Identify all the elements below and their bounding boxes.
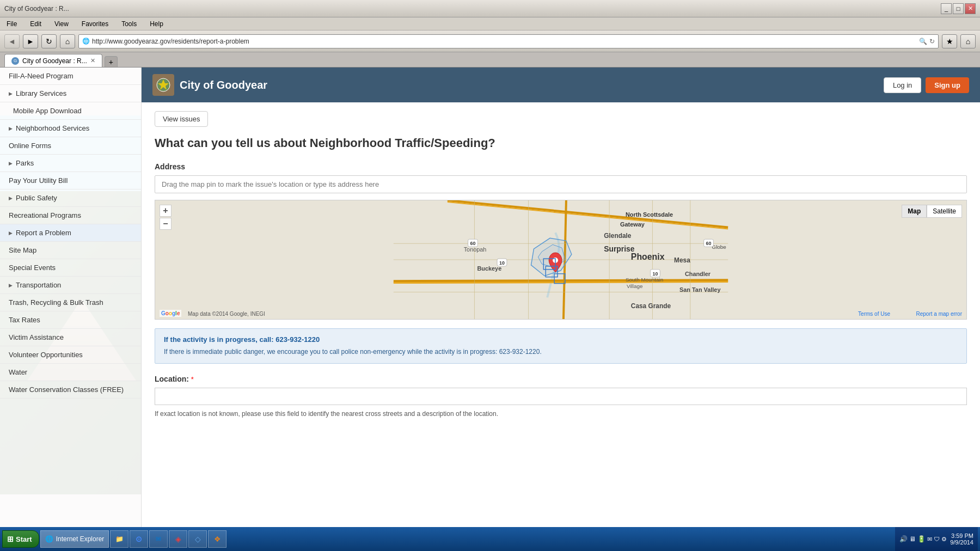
map-zoom-out[interactable]: −	[160, 218, 171, 230]
sidebar-item-parks[interactable]: Parks	[0, 155, 141, 172]
svg-text:Globe: Globe	[712, 244, 726, 250]
sidebar-label: Library Services	[16, 89, 66, 97]
svg-text:Mesa: Mesa	[674, 256, 690, 264]
sidebar-item-library-services[interactable]: Library Services	[0, 85, 141, 102]
alert-title: If the activity is in progress, call: 62…	[164, 335, 958, 344]
sidebar-label: Report a Problem	[16, 229, 71, 237]
map-svg: North Scottsdale Gateway Glendale Surpri…	[155, 200, 966, 319]
sidebar-item-online-forms[interactable]: Online Forms	[0, 137, 141, 155]
svg-line-2	[394, 280, 728, 281]
start-button[interactable]: ⊞ Start	[2, 530, 39, 548]
location-input[interactable]	[155, 388, 967, 405]
browser-tab[interactable]: G City of Goodyear : R... ✕	[4, 54, 102, 67]
sidebar-label: Volunteer Opportunities	[9, 351, 83, 359]
page-area: City of Goodyear Log in Sign up View iss…	[142, 68, 980, 527]
svg-text:South Mountain: South Mountain	[626, 276, 663, 282]
sidebar-label: Fill-A-Need Program	[9, 72, 73, 80]
sidebar-item-special-events[interactable]: Special Events	[0, 259, 141, 277]
taskbar-app-7[interactable]: ❖	[208, 530, 226, 548]
menu-help[interactable]: Help	[148, 19, 166, 29]
menu-file[interactable]: File	[4, 19, 19, 29]
back-button[interactable]: ◄	[4, 34, 20, 48]
login-button[interactable]: Log in	[884, 77, 921, 93]
menu-view[interactable]: View	[52, 19, 71, 29]
sidebar-item-site-map[interactable]: Site Map	[0, 242, 141, 259]
svg-line-3	[394, 281, 728, 283]
map-report-error-link[interactable]: Report a map error	[916, 311, 962, 317]
taskbar-app-chrome[interactable]: ⊙	[130, 530, 148, 548]
sidebar-item-recreational-programs[interactable]: Recreational Programs	[0, 207, 141, 224]
sidebar-item-victim-assistance[interactable]: Victim Assistance	[0, 329, 141, 346]
site-logo: City of Goodyear	[152, 74, 267, 96]
sidebar-item-water-conservation[interactable]: Water Conservation Classes (FREE)	[0, 381, 141, 399]
location-hint: If exact location is not known, please u…	[155, 409, 967, 419]
location-label: Location:	[155, 375, 189, 383]
map-type-map[interactable]: Map	[902, 205, 927, 218]
home-icon[interactable]: ⌂	[960, 34, 976, 48]
sidebar-item-public-safety[interactable]: Public Safety	[0, 189, 141, 207]
windows-icon: ⊞	[7, 535, 14, 543]
sidebar-item-mobile-app[interactable]: Mobile App Download	[0, 102, 141, 120]
sidebar-item-water[interactable]: Water	[0, 364, 141, 381]
view-issues-button[interactable]: View issues	[155, 111, 208, 127]
maximize-btn[interactable]: □	[953, 3, 964, 14]
sidebar-item-trash[interactable]: Trash, Recycling & Bulk Trash	[0, 294, 141, 311]
sidebar-item-transportation[interactable]: Transportation	[0, 277, 141, 294]
sidebar-item-utility-bill[interactable]: Pay Your Utility Bill	[0, 172, 141, 189]
address-bar-container: 🌐 🔍 ↻	[78, 34, 939, 48]
sidebar-item-tax-rates[interactable]: Tax Rates	[0, 311, 141, 329]
sidebar-label: Mobile App Download	[13, 107, 82, 115]
address-bar[interactable]	[92, 38, 917, 45]
sidebar-item-fill-a-need[interactable]: Fill-A-Need Program	[0, 68, 141, 85]
new-tab-btn[interactable]: +	[105, 56, 118, 67]
menu-favorites[interactable]: Favorites	[79, 19, 111, 29]
map-container[interactable]: North Scottsdale Gateway Glendale Surpri…	[155, 200, 967, 320]
tray-security-icon: 🛡	[934, 536, 940, 542]
tray-extra-icon: ⚙	[941, 536, 947, 543]
map-terms-link[interactable]: Terms of Use	[858, 311, 890, 317]
forward-button[interactable]: ►	[23, 34, 38, 48]
tab-close-btn[interactable]: ✕	[90, 57, 95, 64]
taskbar-app-outlook[interactable]: ✉	[149, 530, 168, 548]
svg-text:Surprise: Surprise	[604, 244, 635, 253]
title-bar-left: City of Goodyear : R...	[4, 5, 69, 13]
sidebar-item-volunteer[interactable]: Volunteer Opportunities	[0, 346, 141, 364]
menu-edit[interactable]: Edit	[28, 19, 44, 29]
svg-text:Casa Grande: Casa Grande	[631, 302, 671, 310]
site-title: City of Goodyear	[180, 79, 267, 91]
favorites-star[interactable]: ★	[942, 34, 957, 48]
taskbar-app-ie[interactable]: 🌐 Internet Explorer	[40, 530, 109, 548]
taskbar-app-explorer[interactable]: 📁	[110, 530, 128, 548]
content-area: View issues What can you tell us about N…	[142, 102, 980, 527]
address-input[interactable]	[155, 175, 967, 193]
title-bar: City of Goodyear : R... _ □ ✕	[0, 0, 980, 17]
taskbar-app-5[interactable]: ◈	[169, 530, 187, 548]
menu-tools[interactable]: Tools	[119, 19, 139, 29]
security-icon: 🌐	[82, 38, 90, 45]
taskbar-app-6[interactable]: ◇	[188, 530, 207, 548]
tab-favicon: G	[11, 57, 19, 65]
header-buttons: Log in Sign up	[884, 77, 969, 93]
window-controls: _ □ ✕	[941, 3, 976, 14]
tray-speaker-icon: 🖥	[909, 535, 916, 543]
taskbar-tray: 🔊 🖥 🔋 ✉ 🛡 ⚙ 3:59 PM 9/9/2014	[895, 527, 978, 551]
ie-icon: 🌐	[45, 535, 54, 543]
svg-text:Glendale: Glendale	[604, 232, 632, 240]
sidebar-item-report-problem[interactable]: Report a Problem	[0, 224, 141, 242]
refresh-button[interactable]: ↻	[41, 34, 57, 48]
home-button[interactable]: ⌂	[60, 34, 75, 48]
map-type-satellite[interactable]: Satellite	[927, 205, 962, 218]
map-google-logo: Google	[160, 310, 181, 317]
sidebar-item-neighborhood-services[interactable]: Neighborhood Services	[0, 120, 141, 137]
taskbar: ⊞ Start 🌐 Internet Explorer 📁 ⊙ ✉ ◈ ◇ ❖	[0, 527, 980, 551]
minimize-btn[interactable]: _	[941, 3, 952, 14]
sidebar-label: Trash, Recycling & Bulk Trash	[9, 298, 103, 307]
chrome-icon: ⊙	[134, 535, 143, 543]
signup-button[interactable]: Sign up	[926, 77, 969, 93]
refresh-small-icon: ↻	[929, 38, 935, 45]
close-btn[interactable]: ✕	[965, 3, 976, 14]
tray-time: 3:59 PM 9/9/2014	[950, 532, 973, 546]
sidebar-label: Recreational Programs	[9, 211, 81, 219]
svg-text:Phoenix: Phoenix	[631, 252, 665, 261]
map-zoom-in[interactable]: +	[160, 205, 171, 217]
